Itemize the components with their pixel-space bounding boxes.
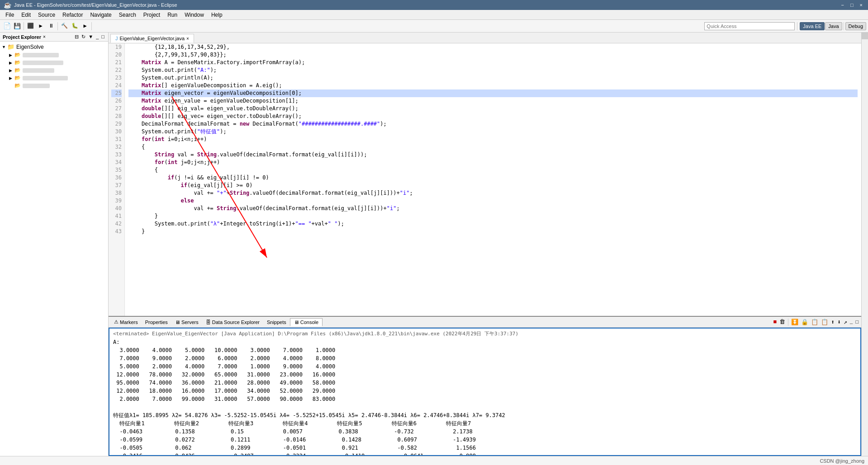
tree-blurred-label-2 [23,61,63,65]
tree-item-3[interactable]: ▶ 📂 [0,66,108,74]
console-btn4[interactable]: ⬇ [836,319,842,326]
tree-item-2[interactable]: ▶ 📂 [0,59,108,66]
servers-icon: 🖥 [175,319,180,325]
console-clear-btn[interactable]: 🗑 [778,319,786,325]
menu-window[interactable]: Window [181,11,208,19]
editor-tab-main[interactable]: J EigenValue_EigenVector.java × [110,34,194,43]
maximize-button[interactable]: □ [849,2,855,8]
bottom-tab-bar: ⚠ Markers Properties 🖥 Servers 🗄 Data So… [109,317,861,328]
app-icon: ☕ [4,1,11,9]
tree-blurred-label-4 [23,76,68,80]
toolbar-btn2[interactable]: ▶ [36,21,46,31]
bottom-tab-snippets[interactable]: Snippets [263,319,290,326]
menu-file[interactable]: File [2,11,18,19]
console-btn2[interactable]: 📋 [820,319,829,326]
console-terminated-line: <terminated> EigenValue_EigenVector [Jav… [113,330,857,338]
console-max-btn[interactable]: □ [854,319,859,325]
pe-header: Project Explorer × ⊟ ↻ ▼ _ □ [0,33,108,42]
bottom-tab-properties[interactable]: Properties [142,319,171,326]
title-bar-text: Java EE - EigenSolve/src/com/test/EigenV… [14,2,177,8]
minimize-button[interactable]: − [839,2,845,8]
title-bar-controls: − □ × [839,2,864,8]
pe-tree[interactable]: ▼ 📁 EigenSolve ▶ 📂 ▶ 📂 ▶ 📂 [0,42,108,456]
tree-arrow-4: ▶ [9,76,14,80]
tree-item-eigensolve[interactable]: ▼ 📁 EigenSolve [0,42,108,51]
line-numbers: 1920212223242526272829303132333435363738… [109,43,125,316]
toolbar-sep2 [57,22,58,30]
tree-arrow-3: ▶ [9,68,14,73]
bottom-tab-console[interactable]: 🖥 Console [290,318,323,326]
console-scroll-lock-btn[interactable]: 🔒 [800,319,809,326]
menu-search[interactable]: Search [115,11,140,19]
tree-blurred-label-5 [23,84,50,88]
toolbar: 📄 💾 ⬛ ▶ ⏸ 🔨 🐛 ▶ Java EE Java Debug [0,20,868,33]
perspective-java[interactable]: Java [825,22,842,30]
tree-item-5[interactable]: 📂 [0,82,108,89]
console-btn1[interactable]: 📋 [810,319,819,326]
console-icon: 🖥 [294,319,299,325]
toolbar-btn5[interactable]: 🐛 [70,21,80,31]
pe-collapse-icon[interactable]: ⊟ [74,34,80,40]
console-sep [788,319,788,326]
console-eigenvec-headers: 特征向量1 特征向量2 特征向量3 特征向量4 特征向量5 特征向量6 特征向量… [113,419,857,427]
menu-edit[interactable]: Edit [18,11,34,19]
perspective-debug[interactable]: Debug [845,22,866,30]
pe-close-icon[interactable]: × [43,34,46,39]
console-eigenvectors: -0.0463 0.1358 0.15 0.0057 0.3838 -0.732… [113,427,857,456]
menu-source[interactable]: Source [34,11,59,19]
folder-icon-4: 📂 [14,75,21,81]
console-min-btn[interactable]: _ [849,319,854,325]
tree-item-1[interactable]: ▶ 📂 [0,51,108,59]
title-bar-left: ☕ Java EE - EigenSolve/src/com/test/Eige… [4,1,177,9]
right-scrollbar[interactable] [861,33,868,456]
menu-navigate[interactable]: Navigate [86,11,115,19]
datasource-icon: 🗄 [206,319,211,325]
tree-label-eigensolve: EigenSolve [16,44,44,50]
quick-access-input[interactable] [704,22,795,30]
pe-viewmenu-icon[interactable]: ▼ [87,34,94,40]
folder-icon-1: 📂 [14,52,21,58]
console-btn3[interactable]: ⬆ [830,319,835,326]
tab-close-icon[interactable]: × [186,36,189,41]
toolbar-sep4 [797,22,797,30]
pe-min-icon[interactable]: _ [95,34,100,40]
save-icon[interactable]: 💾 [12,21,22,31]
code-editor[interactable]: 1920212223242526272829303132333435363738… [109,43,861,316]
menu-project[interactable]: Project [140,11,164,19]
tree-arrow-2: ▶ [9,61,14,65]
editor-tab-bar: J EigenValue_EigenVector.java × [109,33,861,43]
status-bar: CSDN @jing_zhong [0,456,868,465]
menu-bar: File Edit Source Refactor Navigate Searc… [0,10,868,20]
new-file-icon[interactable]: 📄 [2,21,12,31]
bottom-tab-datasource[interactable]: 🗄 Data Source Explorer [202,319,263,326]
console-btn5[interactable]: ↗ [843,319,848,326]
title-bar: ☕ Java EE - EigenSolve/src/com/test/Eige… [0,0,868,10]
toolbar-btn1[interactable]: ⬛ [25,21,35,31]
pe-max-icon[interactable]: □ [100,34,105,40]
project-explorer-panel: Project Explorer × ⊟ ↻ ▼ _ □ ▼ 📁 EigenSo… [0,33,109,456]
menu-help[interactable]: Help [208,11,226,19]
menu-run[interactable]: Run [164,11,181,19]
bottom-tab-markers[interactable]: ⚠ Markers [110,318,142,326]
tree-blurred-label-3 [23,68,54,73]
menu-refactor[interactable]: Refactor [59,11,86,19]
perspective-java-ee[interactable]: Java EE [800,22,825,30]
markers-icon: ⚠ [114,319,119,325]
toolbar-btn3[interactable]: ⏸ [46,21,56,31]
console-scroll-end-btn[interactable]: ⏬ [790,319,799,326]
tree-item-4[interactable]: ▶ 📂 [0,74,108,82]
pe-sync-icon[interactable]: ↻ [81,34,86,40]
toolbar-btn4[interactable]: 🔨 [59,21,69,31]
close-button[interactable]: × [858,2,864,8]
console-output[interactable]: <terminated> EigenValue_EigenVector [Jav… [109,328,861,456]
tree-blurred-label-1 [23,53,59,57]
toolbar-btn6[interactable]: ▶ [80,21,90,31]
tree-arrow-1: ▶ [9,53,14,57]
console-terminate-btn[interactable]: ■ [772,319,778,325]
folder-icon-5: 📂 [14,83,21,89]
console-matrix-rows: 3.0000 4.0000 5.0000 10.0000 3.0000 7.00… [113,346,857,403]
console-blank [113,403,857,411]
pe-toolbar-buttons: ⊟ ↻ ▼ _ □ [74,34,105,40]
bottom-tab-servers[interactable]: 🖥 Servers [171,319,202,326]
code-content[interactable]: {12,18,16,17,34,52,29}, {2,7,99,31,57,90… [125,43,861,316]
